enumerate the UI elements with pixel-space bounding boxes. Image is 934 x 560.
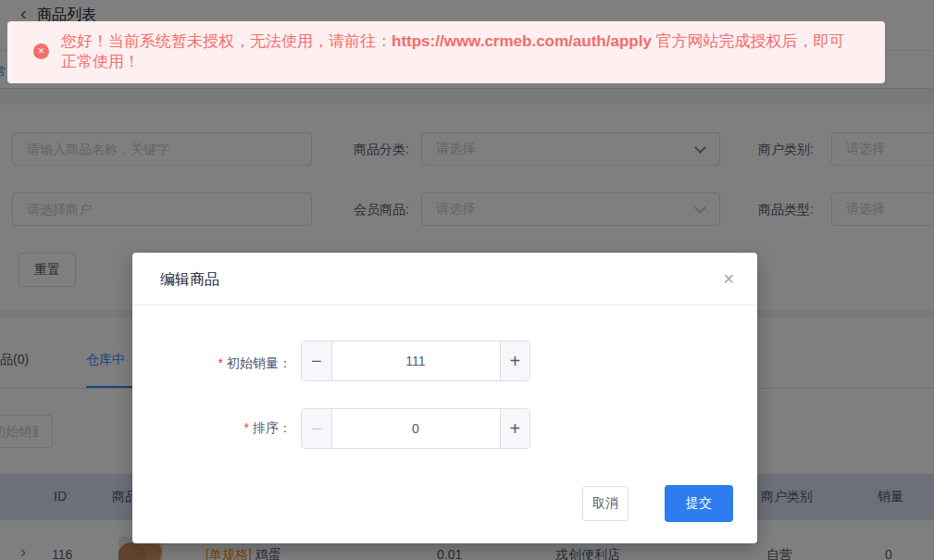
sort-stepper: − + [301,408,530,449]
initial-sales-label-text: 初始销量： [227,355,292,370]
error-circle-icon: ✕ [33,44,49,59]
initial-sales-stepper: − + [301,341,530,381]
required-mark: * [218,355,223,370]
initial-sales-label: *初始销量： [132,354,292,372]
minus-icon[interactable]: − [302,342,332,380]
auth-link[interactable]: https://www.crmeb.com/auth/apply [392,32,652,50]
auth-alert-prefix: 您好！当前系统暂未授权，无法使用，请前往： [61,32,392,50]
sort-label-text: 排序： [253,420,292,435]
edit-product-modal: 编辑商品 ✕ *初始销量： − + *排序： − + 取消 提交 [132,253,757,543]
app-screen: ‹ 商品列表 常 商品分类: 请选择 商户类别: 请选择 会员商品: 请选择 商… [0,0,934,560]
cancel-button[interactable]: 取消 [582,486,629,521]
initial-sales-input[interactable] [332,342,500,380]
minus-icon[interactable]: − [302,409,332,448]
modal-header: 编辑商品 ✕ [132,253,757,305]
plus-icon[interactable]: + [500,409,530,448]
modal-title: 编辑商品 [160,270,219,290]
sort-input[interactable] [332,409,500,448]
auth-alert: ✕ 您好！当前系统暂未授权，无法使用，请前往：https://www.crmeb… [7,21,885,83]
sort-label: *排序： [132,418,292,437]
auth-alert-text: 您好！当前系统暂未授权，无法使用，请前往：https://www.crmeb.c… [61,31,846,72]
plus-icon[interactable]: + [500,342,530,380]
close-icon[interactable]: ✕ [723,270,735,288]
submit-button[interactable]: 提交 [665,485,733,522]
required-mark: * [244,420,249,435]
